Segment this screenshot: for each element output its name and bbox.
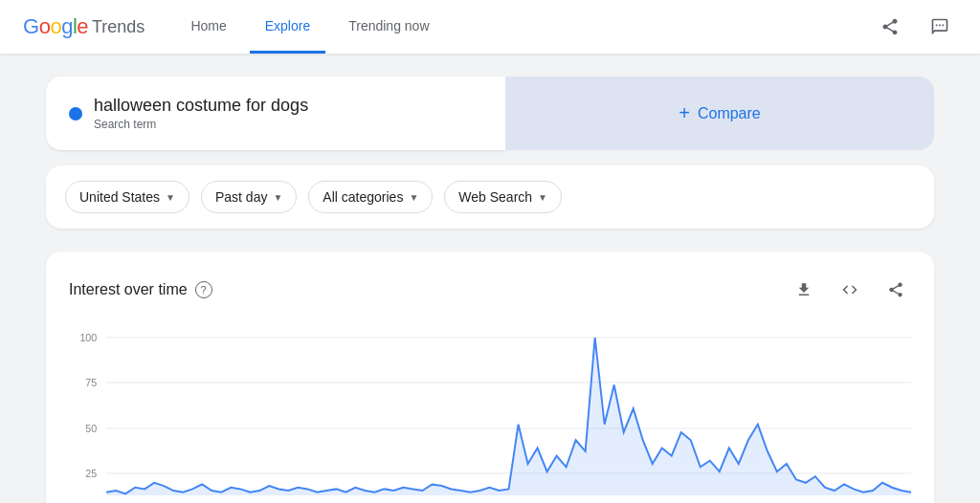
svg-text:25: 25 <box>85 468 97 479</box>
chart-container: 100 75 50 25 20 Sept at... 21 Sept at 04… <box>69 328 911 503</box>
time-chevron-icon: ▼ <box>273 192 282 203</box>
feedback-button[interactable] <box>923 10 957 44</box>
compare-label: Compare <box>698 105 761 122</box>
search-term: halloween costume for dogs <box>94 96 308 116</box>
search-text-block: halloween costume for dogs Search term <box>94 96 308 131</box>
nav-explore[interactable]: Explore <box>250 0 325 54</box>
search-type-filter[interactable]: Web Search ▼ <box>444 181 562 213</box>
download-button[interactable] <box>789 274 819 305</box>
search-type-filter-label: Web Search <box>458 189 532 205</box>
interest-card: Interest over time ? <box>46 252 934 503</box>
help-question-mark: ? <box>201 284 207 295</box>
logo: Google Trends <box>23 14 145 39</box>
region-filter[interactable]: United States ▼ <box>65 181 189 213</box>
svg-text:75: 75 <box>85 377 97 388</box>
nav-trending[interactable]: Trending now <box>333 0 444 54</box>
category-filter-label: All categories <box>323 189 403 205</box>
svg-text:50: 50 <box>85 423 97 434</box>
time-filter-label: Past day <box>215 189 267 205</box>
nav-home[interactable]: Home <box>175 0 241 54</box>
search-term-label: Search term <box>94 118 308 131</box>
logo-google-text: Google <box>23 14 88 39</box>
category-filter[interactable]: All categories ▼ <box>308 181 433 213</box>
main-content: halloween costume for dogs Search term +… <box>0 54 980 503</box>
search-card: halloween costume for dogs Search term <box>46 77 505 150</box>
main-nav: Home Explore Trending now <box>175 0 873 54</box>
category-chevron-icon: ▼ <box>409 192 418 203</box>
logo-trends-text: Trends <box>92 17 145 37</box>
compare-plus-icon: + <box>679 102 690 124</box>
card-actions <box>789 274 911 305</box>
header: Google Trends Home Explore Trending now <box>0 0 980 54</box>
search-type-chevron-icon: ▼ <box>538 192 547 203</box>
region-filter-label: United States <box>79 189 160 205</box>
time-filter[interactable]: Past day ▼ <box>201 181 297 213</box>
svg-text:100: 100 <box>79 332 97 343</box>
filters-bar: United States ▼ Past day ▼ All categorie… <box>46 165 934 229</box>
interest-chart: 100 75 50 25 20 Sept at... 21 Sept at 04… <box>69 328 911 503</box>
share-card-button[interactable] <box>880 274 911 305</box>
card-title-row: Interest over time ? <box>69 281 212 298</box>
share-button[interactable] <box>873 10 907 44</box>
header-actions <box>873 10 957 44</box>
card-title: Interest over time <box>69 281 188 298</box>
region-chevron-icon: ▼ <box>166 192 175 203</box>
search-area: halloween costume for dogs Search term +… <box>46 77 934 150</box>
card-header: Interest over time ? <box>69 274 911 305</box>
help-icon[interactable]: ? <box>195 281 212 298</box>
compare-card[interactable]: + Compare <box>505 77 934 150</box>
embed-button[interactable] <box>835 274 865 305</box>
search-dot <box>69 107 82 120</box>
